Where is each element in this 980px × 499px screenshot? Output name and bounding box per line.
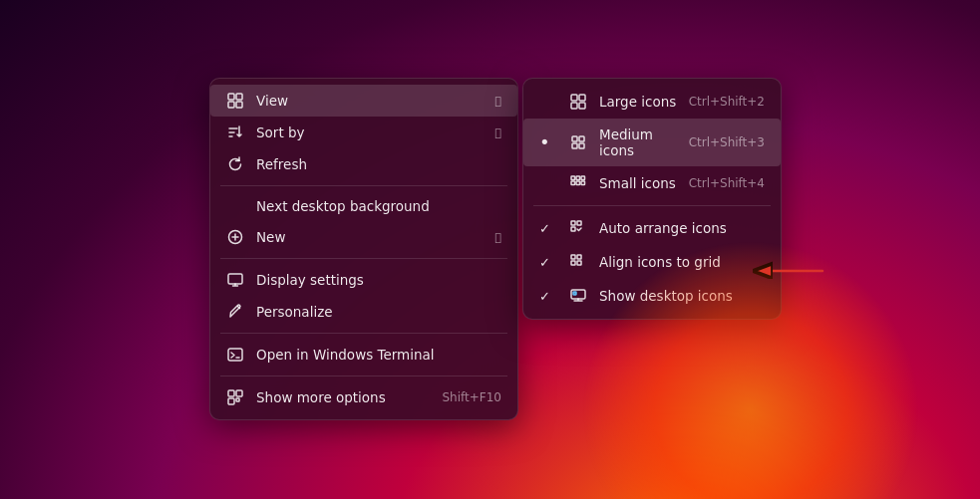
divider-4 [220, 375, 507, 376]
svg-rect-6 [228, 349, 242, 361]
svg-rect-22 [571, 181, 575, 185]
view-icon [226, 92, 244, 110]
small-icon [569, 174, 587, 192]
menu-item-new[interactable]: New  [210, 221, 517, 253]
menu-item-terminal[interactable]: Open in Windows Terminal [210, 339, 517, 371]
small-shortcut: Ctrl+Shift+4 [689, 176, 765, 190]
svg-rect-1 [236, 94, 242, 100]
svg-rect-2 [228, 102, 234, 108]
moreoptions-label: Show more options [256, 389, 430, 405]
new-label: New [256, 229, 483, 245]
aligngrid-check: ✓ [539, 255, 557, 270]
svg-rect-12 [579, 95, 585, 101]
showdesktop-icon [569, 287, 587, 305]
display-label: Display settings [256, 272, 501, 288]
svg-rect-3 [236, 102, 242, 108]
svg-rect-0 [228, 94, 234, 100]
personalize-icon [226, 303, 244, 321]
large-label: Large icons [599, 94, 677, 110]
nextbg-label: Next desktop background [256, 198, 501, 214]
arrow-annotation [753, 251, 842, 301]
svg-rect-9 [228, 398, 234, 404]
svg-rect-13 [571, 103, 577, 109]
svg-rect-25 [571, 221, 575, 225]
submenu-item-large[interactable]: Large icons Ctrl+Shift+2 [523, 85, 781, 119]
view-label: View [256, 93, 483, 109]
svg-rect-23 [576, 181, 580, 185]
sortby-icon [226, 124, 244, 141]
view-submenu: Large icons Ctrl+Shift+2 • Medium icons … [522, 78, 782, 320]
svg-rect-16 [579, 136, 584, 141]
personalize-label: Personalize [256, 304, 501, 320]
svg-rect-27 [571, 227, 575, 231]
svg-rect-20 [576, 176, 580, 180]
submenu-item-aligngrid[interactable]: ✓ Align icons to grid [523, 245, 781, 279]
medium-bullet: • [539, 133, 557, 151]
submenu-item-small[interactable]: Small icons Ctrl+Shift+4 [523, 166, 781, 200]
svg-rect-7 [228, 390, 234, 396]
divider-1 [220, 185, 507, 186]
context-menu-wrapper: View  Sort by  Refresh Next desktop ba… [209, 78, 782, 420]
aligngrid-label: Align icons to grid [599, 254, 765, 270]
svg-rect-26 [577, 221, 581, 225]
svg-rect-17 [572, 143, 577, 148]
svg-rect-31 [577, 261, 581, 265]
autoarrange-icon [569, 219, 587, 237]
medium-shortcut: Ctrl+Shift+3 [689, 135, 765, 149]
view-arrow:  [494, 95, 501, 108]
svg-rect-33 [573, 292, 576, 295]
terminal-label: Open in Windows Terminal [256, 347, 501, 363]
context-menu: View  Sort by  Refresh Next desktop ba… [209, 78, 518, 420]
menu-item-refresh[interactable]: Refresh [210, 148, 517, 180]
menu-item-sortby[interactable]: Sort by  [210, 117, 517, 148]
svg-rect-18 [579, 143, 584, 148]
moreoptions-shortcut: Shift+F10 [442, 390, 501, 404]
svg-rect-21 [581, 176, 585, 180]
submenu-item-autoarrange[interactable]: ✓ Auto arrange icons [523, 211, 781, 245]
refresh-icon [226, 155, 244, 173]
svg-rect-28 [571, 255, 575, 259]
menu-item-moreoptions[interactable]: Show more options Shift+F10 [210, 381, 517, 413]
svg-rect-10 [236, 398, 239, 401]
svg-rect-15 [572, 136, 577, 141]
moreoptions-icon [226, 388, 244, 406]
small-label: Small icons [599, 175, 677, 191]
svg-rect-14 [579, 103, 585, 109]
menu-item-personalize[interactable]: Personalize [210, 296, 517, 328]
autoarrange-label: Auto arrange icons [599, 220, 765, 236]
svg-rect-24 [581, 181, 585, 185]
submenu-item-showdesktop[interactable]: ✓ Show desktop icons [523, 279, 781, 313]
medium-label: Medium icons [599, 126, 677, 158]
large-check [539, 95, 557, 110]
medium-icon [569, 133, 587, 151]
submenu-divider-1 [533, 205, 771, 206]
svg-rect-30 [571, 261, 575, 265]
divider-2 [220, 258, 507, 259]
svg-rect-29 [577, 255, 581, 259]
aligngrid-icon [569, 253, 587, 271]
sortby-label: Sort by [256, 125, 483, 140]
new-icon [226, 228, 244, 246]
large-shortcut: Ctrl+Shift+2 [689, 95, 765, 109]
menu-item-view[interactable]: View  [210, 85, 517, 117]
small-check [539, 176, 557, 191]
autoarrange-check: ✓ [539, 221, 557, 236]
showdesktop-check: ✓ [539, 289, 557, 304]
svg-rect-19 [571, 176, 575, 180]
svg-rect-11 [571, 95, 577, 101]
divider-3 [220, 333, 507, 334]
menu-item-display[interactable]: Display settings [210, 264, 517, 296]
display-icon [226, 271, 244, 289]
menu-item-nextbg[interactable]: Next desktop background [210, 191, 517, 221]
svg-rect-5 [228, 274, 242, 284]
sortby-arrow:  [494, 126, 501, 139]
large-icon [569, 93, 587, 111]
svg-rect-8 [236, 390, 242, 396]
refresh-label: Refresh [256, 156, 501, 172]
showdesktop-label: Show desktop icons [599, 288, 765, 304]
submenu-item-medium[interactable]: • Medium icons Ctrl+Shift+3 [523, 119, 781, 166]
new-arrow:  [494, 231, 501, 244]
terminal-icon [226, 346, 244, 364]
